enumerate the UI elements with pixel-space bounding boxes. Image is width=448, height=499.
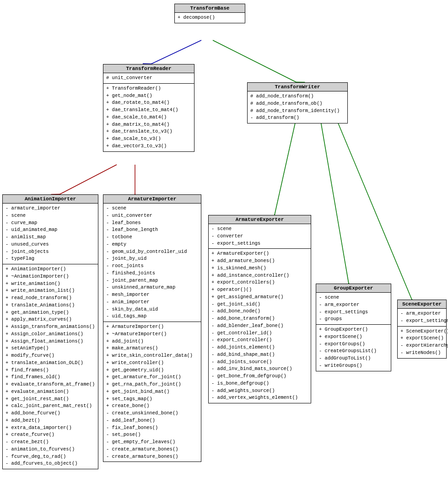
class-header: GroupExporter xyxy=(316,284,391,293)
uml-diagram: TransformBase + decompose() TransformRea… xyxy=(0,0,448,499)
class-fields: - scene - arm_exporter - export_settings… xyxy=(316,293,391,325)
svg-line-8 xyxy=(320,119,349,284)
class-fields: - armature_importer - scene - curve_map … xyxy=(3,204,98,264)
svg-line-9 xyxy=(336,119,412,300)
class-TransformReader: TransformReader # unit_converter + Trans… xyxy=(103,64,194,152)
class-header: TransformWriter xyxy=(248,83,347,91)
class-methods: + decompose() xyxy=(175,13,245,23)
class-fields: - scene - converter - export_settings xyxy=(209,224,311,249)
class-methods: + ArmatureImporter() + ~ArmatureImporter… xyxy=(103,322,201,461)
class-methods: + TransformReader() + get_node_mat() + d… xyxy=(103,84,194,151)
class-TransformBase: TransformBase + decompose() xyxy=(174,4,245,23)
class-header: ArmatureExporter xyxy=(209,215,311,224)
class-header: SceneExporter xyxy=(398,300,446,309)
class-header: TransformReader xyxy=(103,64,194,73)
class-fields: - scene - unit_converter - leaf_bones - … xyxy=(103,204,201,322)
class-TransformWriter: TransformWriter # add_node_transform() #… xyxy=(247,82,348,123)
svg-line-3 xyxy=(151,40,201,64)
svg-line-6 xyxy=(59,165,117,194)
class-methods: + AnimationImporter() + ~AnimationImport… xyxy=(3,264,98,469)
class-methods: # add_node_transform() # add_node_transf… xyxy=(248,91,347,123)
class-methods: + SceneExporter() + exportScene() - expo… xyxy=(398,327,446,358)
class-fields: # unit_converter xyxy=(103,73,194,84)
class-ArmatureImporter: ArmatureImporter - scene - unit_converte… xyxy=(103,194,201,462)
class-ArmatureExporter: ArmatureExporter - scene - converter - e… xyxy=(208,215,311,403)
class-GroupExporter: GroupExporter - scene - arm_exporter - e… xyxy=(316,284,391,371)
class-methods: + GroupExporter() + exportScene() - expo… xyxy=(316,325,391,371)
svg-line-4 xyxy=(213,40,297,82)
class-SceneExporter: SceneExporter - arm_exporter - export_se… xyxy=(397,300,447,359)
class-header: ArmatureImporter xyxy=(103,195,201,204)
class-methods: + ArmatureExporter() + add_armature_bone… xyxy=(209,249,311,403)
svg-line-7 xyxy=(275,119,296,215)
class-header: AnimationImporter xyxy=(3,195,98,204)
class-fields: - arm_exporter - export_settings xyxy=(398,309,446,327)
class-header: TransformBase xyxy=(175,4,245,13)
class-AnimationImporter: AnimationImporter - armature_importer - … xyxy=(2,194,98,469)
